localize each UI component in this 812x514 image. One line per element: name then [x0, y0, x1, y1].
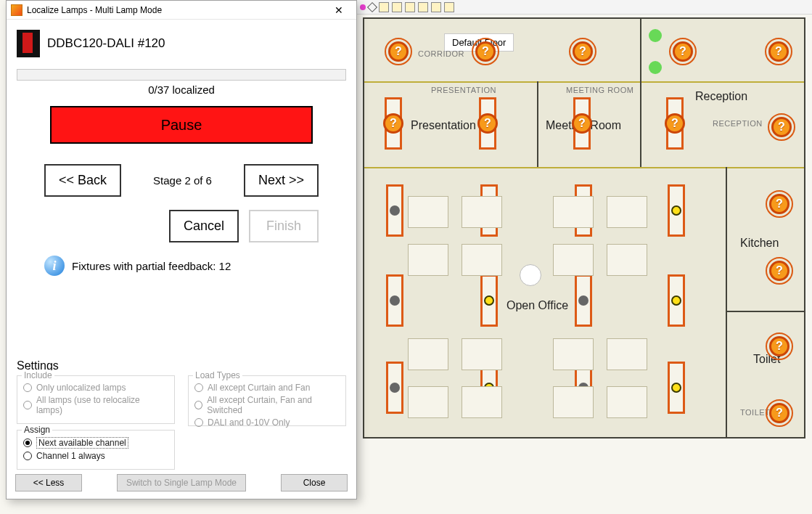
include-opt2-label: All lamps (use to relocalize lamps) — [36, 395, 168, 415]
lamp-fixture[interactable] — [386, 274, 403, 327]
toolbar-dot-icon — [360, 4, 366, 10]
dali-sensor-icon[interactable] — [520, 264, 541, 286]
progress-bar — [17, 69, 346, 81]
zone-unknown-icon[interactable]: ? — [769, 261, 790, 281]
lamp-fixture[interactable] — [668, 184, 685, 237]
toolbar-diamond-icon — [367, 1, 377, 12]
zone-unknown-icon[interactable]: ? — [771, 117, 792, 137]
zone-unknown-icon[interactable]: ? — [769, 194, 790, 214]
assign-opt1-label: Next available channel — [36, 437, 128, 449]
device-name: DDBC120-DALI #120 — [47, 36, 165, 51]
desk-cluster — [553, 338, 647, 418]
zone-label-meeting-small: MEETING ROOM — [566, 86, 633, 94]
window-title: Localize Lamps - Multi Lamp Mode — [27, 5, 326, 15]
device-icon — [17, 30, 40, 57]
loadtypes-opt2-label: All except Curtain, Fan and Switched — [207, 395, 340, 415]
back-button[interactable]: << Back — [44, 164, 121, 197]
room-label-presentation: Presentation — [411, 119, 476, 132]
radio-lt3 — [194, 418, 203, 427]
loadtypes-fieldset: Load Types All except Curtain and Fan Al… — [188, 375, 346, 426]
toolbar-icon[interactable] — [392, 2, 402, 12]
include-legend: Include — [22, 370, 54, 380]
room-label-kitchen: Kitchen — [740, 237, 779, 250]
zone-unknown-icon[interactable]: ? — [573, 41, 593, 62]
include-fieldset: Include Only unlocalized lamps All lamps… — [17, 375, 175, 424]
radio-lt1 — [194, 383, 203, 392]
floor-plan-canvas[interactable]: Default Floor CORRIDOR PRESENTATION MEET… — [363, 17, 805, 438]
desk-cluster — [408, 196, 502, 276]
less-button[interactable]: << Less — [15, 474, 82, 491]
room-label-reception: Reception — [695, 90, 747, 103]
window-close-button[interactable]: ✕ — [326, 3, 352, 17]
info-icon: i — [44, 256, 65, 276]
settings-heading: Settings — [17, 359, 346, 372]
titlebar: Localize Lamps - Multi Lamp Mode ✕ — [7, 1, 356, 20]
zone-label-reception-small: RECEPTION — [713, 119, 763, 128]
desk-cluster — [408, 338, 502, 418]
desk-cluster — [553, 196, 647, 276]
toolbar-icon[interactable] — [379, 2, 389, 12]
zone-label-corridor: CORRIDOR — [418, 49, 464, 58]
localize-lamps-dialog: Localize Lamps - Multi Lamp Mode ✕ DDBC1… — [6, 0, 357, 499]
lamp-fixture[interactable] — [386, 184, 403, 237]
stage-label: Stage 2 of 6 — [153, 174, 212, 187]
assign-legend: Assign — [22, 425, 52, 435]
app-toolbar — [356, 0, 812, 15]
progress-label: 0/37 localized — [7, 83, 356, 96]
app-icon — [11, 4, 22, 16]
loadtypes-opt3-label: DALI and 0-10V Only — [208, 417, 290, 428]
toolbar-icon[interactable] — [405, 2, 415, 12]
lamp-fixture[interactable] — [386, 362, 403, 414]
lamp-fixture[interactable] — [668, 362, 685, 414]
zone-unknown-icon[interactable]: ? — [673, 41, 693, 62]
assign-fieldset: Assign Next available channel Channel 1 … — [17, 430, 175, 470]
radio-lt2 — [194, 401, 202, 409]
next-button[interactable]: Next >> — [244, 164, 319, 197]
radio-all-lamps — [23, 401, 32, 409]
lamp-fixture[interactable] — [480, 274, 498, 327]
switch-mode-button[interactable]: Switch to Single Lamp Mode — [117, 474, 246, 491]
assign-opt2-label: Channel 1 always — [36, 451, 105, 461]
zone-unknown-icon[interactable]: ? — [383, 113, 403, 134]
radio-next-channel[interactable] — [23, 438, 32, 447]
zone-unknown-icon[interactable]: ? — [477, 113, 498, 134]
zone-unknown-icon[interactable]: ? — [768, 41, 789, 62]
zone-label-presentation-small: PRESENTATION — [431, 86, 496, 94]
finish-button[interactable]: Finish — [249, 210, 319, 242]
toolbar-icon[interactable] — [444, 2, 454, 12]
zone-unknown-icon[interactable]: ? — [475, 41, 496, 62]
lamp-fixture[interactable] — [575, 274, 592, 327]
toolbar-icon[interactable] — [418, 2, 428, 12]
radio-channel1[interactable] — [23, 452, 32, 460]
loadtypes-opt1-label: All except Curtain and Fan — [208, 383, 310, 393]
sensor-icon — [649, 29, 662, 42]
zone-unknown-icon[interactable]: ? — [769, 403, 790, 423]
room-label-open-office: Open Office — [507, 299, 568, 312]
sensor-icon — [649, 61, 662, 74]
toolbar-icon[interactable] — [431, 2, 441, 12]
zone-unknown-icon[interactable]: ? — [388, 41, 409, 62]
radio-only-unlocalized — [23, 383, 32, 392]
zone-unknown-icon[interactable]: ? — [572, 113, 592, 134]
include-opt1-label: Only unlocalized lamps — [36, 383, 126, 393]
zone-unknown-icon[interactable]: ? — [769, 336, 790, 356]
lamp-fixture[interactable] — [668, 274, 685, 327]
close-button[interactable]: Close — [281, 474, 348, 491]
feedback-text: Fixtures with partial feedback: 12 — [72, 260, 231, 272]
cancel-button[interactable]: Cancel — [169, 210, 239, 242]
zone-unknown-icon[interactable]: ? — [665, 113, 685, 134]
pause-button[interactable]: Pause — [50, 106, 313, 144]
loadtypes-legend: Load Types — [193, 370, 242, 380]
